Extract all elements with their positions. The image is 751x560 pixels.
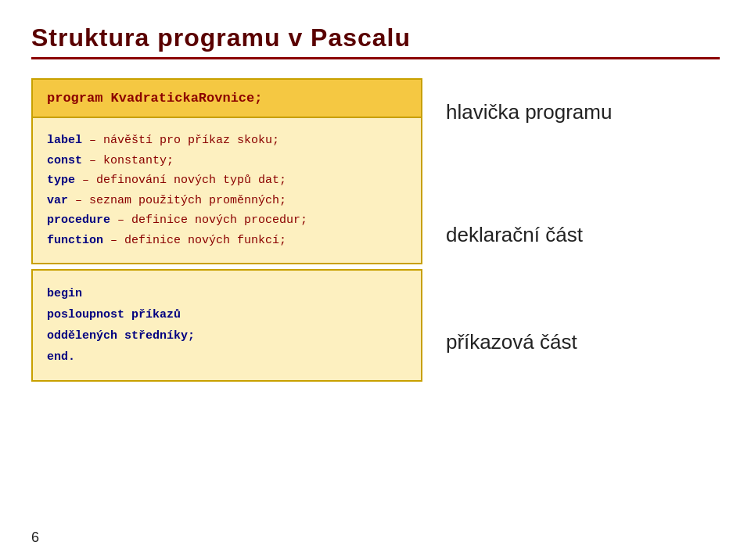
decl-line-procedure: procedure – definice nových procedur;: [47, 210, 407, 231]
right-label-command-text: příkazová část: [446, 330, 577, 354]
cmd-line-posloupnost: posloupnost příkazů: [47, 304, 407, 325]
title-underline: [31, 57, 720, 59]
header-box: program KvadratickaRovnice;: [31, 78, 422, 118]
decl-line-type: type – definování nových typů dat;: [47, 171, 407, 191]
declaration-box: label – návěští pro příkaz skoku; const …: [31, 118, 422, 264]
keyword-label: label: [47, 134, 82, 147]
right-label-declaration-text: deklarační část: [446, 223, 583, 246]
right-label-header: hlavička programu: [446, 94, 720, 131]
keyword-function: function: [47, 234, 103, 247]
keyword-end: end.: [47, 350, 75, 364]
keyword-oddeleny: oddělených středníky;: [47, 329, 195, 343]
main-content: program KvadratickaRovnice; label – návě…: [31, 78, 720, 382]
keyword-type: type: [47, 174, 75, 187]
right-label-header-text: hlavička programu: [446, 100, 612, 124]
keyword-posloupnost: posloupnost příkazů: [47, 308, 181, 321]
decl-line-const: const – konstanty;: [47, 151, 407, 171]
decl-line-label: label – návěští pro příkaz skoku;: [47, 131, 407, 151]
right-label-declaration: deklarační část: [446, 217, 720, 253]
left-column: program KvadratickaRovnice; label – návě…: [31, 78, 422, 382]
right-label-command: příkazová část: [446, 324, 720, 361]
page-title: Struktura programu v Pascalu: [31, 23, 720, 52]
decl-line-function: function – definice nových funkcí;: [47, 231, 407, 251]
right-column: hlavička programu deklarační část příkaz…: [446, 78, 720, 361]
header-box-text: program KvadratickaRovnice;: [47, 91, 262, 106]
command-box: begin posloupnost příkazů oddělených stř…: [31, 269, 422, 382]
cmd-line-oddeleny: oddělených středníky;: [47, 325, 407, 346]
page-container: Struktura programu v Pascalu program Kva…: [0, 0, 751, 560]
keyword-procedure: procedure: [47, 214, 110, 227]
keyword-var: var: [47, 194, 68, 207]
keyword-begin: begin: [47, 287, 82, 300]
cmd-line-end: end.: [47, 346, 407, 368]
page-number: 6: [31, 529, 39, 546]
title-section: Struktura programu v Pascalu: [31, 23, 720, 59]
keyword-const: const: [47, 154, 82, 167]
cmd-line-begin: begin: [47, 283, 407, 304]
decl-line-var: var – seznam použitých proměnných;: [47, 191, 407, 211]
